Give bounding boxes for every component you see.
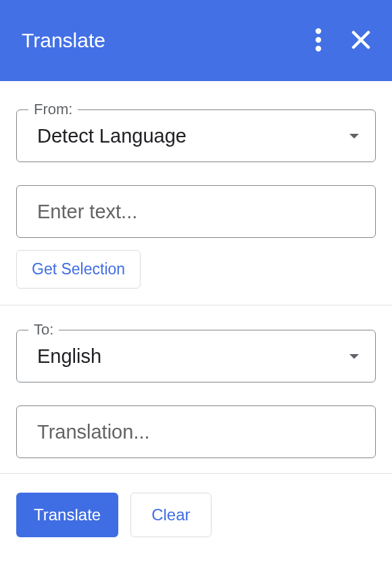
chevron-down-icon	[349, 354, 359, 359]
translation-output[interactable]	[16, 405, 376, 458]
chevron-down-icon	[349, 134, 359, 139]
to-label: To:	[28, 321, 59, 339]
to-language-select[interactable]: English	[16, 330, 376, 382]
clear-button[interactable]: Clear	[130, 493, 211, 537]
from-label: From:	[28, 101, 78, 118]
header: Translate	[0, 0, 392, 81]
close-icon	[351, 30, 370, 51]
svg-point-1	[316, 36, 321, 42]
svg-point-2	[316, 45, 321, 51]
svg-point-0	[316, 28, 321, 33]
more-vert-icon	[315, 28, 322, 54]
from-language-value: Detect Language	[37, 125, 187, 147]
get-selection-button[interactable]: Get Selection	[16, 250, 141, 289]
header-actions	[310, 22, 376, 59]
from-field: From: Detect Language	[16, 109, 376, 162]
footer-actions: Translate Clear	[0, 474, 392, 556]
close-button[interactable]	[346, 25, 376, 57]
page-title: Translate	[22, 29, 105, 52]
source-text-input[interactable]	[16, 185, 376, 238]
translate-button[interactable]: Translate	[16, 493, 118, 537]
more-options-button[interactable]	[310, 22, 327, 59]
to-section: To: English	[0, 305, 392, 458]
to-field: To: English	[16, 330, 376, 382]
from-section: From: Detect Language Get Selection	[0, 81, 392, 289]
to-language-value: English	[37, 345, 101, 368]
